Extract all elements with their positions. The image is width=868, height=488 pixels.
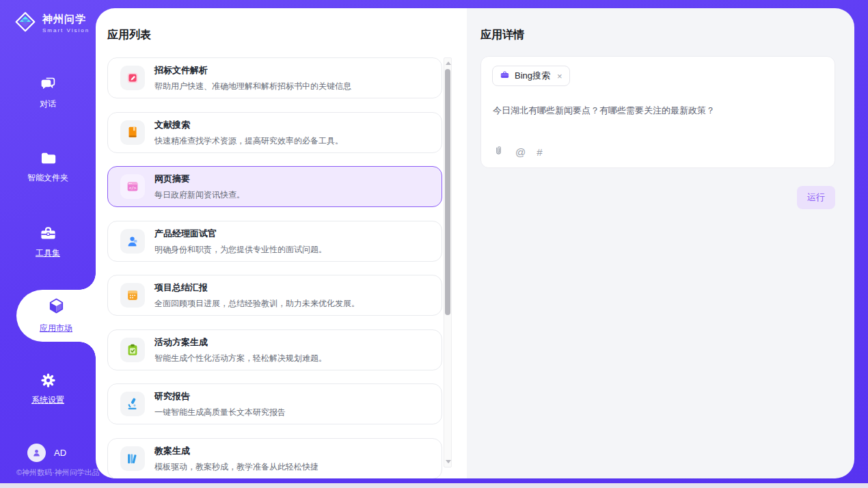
app-card-title: 研究报告: [154, 390, 286, 403]
sidebar-item-label: 工具集: [0, 247, 96, 259]
svg-text:</>: </>: [129, 185, 137, 190]
books-icon: [120, 446, 145, 471]
app-card-subtitle: 快速精准查找学术资源，提高研究效率的必备工具。: [154, 135, 343, 147]
app-list-panel: 应用列表 招标文件解析 帮助用户快速、准确地理解和解析招标书中的关键信息 文献搜…: [96, 8, 467, 478]
prompt-card: Bing搜索 × 今日湖北有哪些新闻要点？有哪些需要关注的最新政策？ @ #: [480, 56, 835, 168]
at-icon[interactable]: @: [515, 147, 526, 157]
sidebar-item-label: 对话: [0, 98, 96, 110]
app-card[interactable]: 教案生成 模板驱动，教案秒成，教学准备从此轻松快捷: [107, 438, 442, 478]
tab-curve-top: [79, 273, 96, 290]
interviewer-icon: [120, 229, 145, 254]
app-card-subtitle: 模板驱动，教案秒成，教学准备从此轻松快捷: [154, 461, 318, 473]
copyright-footer: ©神州数码·神州问学出品: [16, 467, 100, 478]
sidebar-item-toolset[interactable]: 工具集: [0, 224, 96, 259]
app-card[interactable]: 产品经理面试官 明确身份和职责，为您提供专业性的面试问题。: [107, 221, 442, 262]
logo-diamond-icon: [12, 9, 38, 38]
user-name: AD: [54, 448, 66, 458]
app-card[interactable]: 研究报告 一键智能生成高质量长文本研究报告: [107, 383, 442, 424]
app-card-subtitle: 智能生成个性化活动方案，轻松解决规划难题。: [154, 353, 327, 364]
hash-icon[interactable]: #: [537, 147, 542, 157]
app-card[interactable]: 活动方案生成 智能生成个性化活动方案，轻松解决规划难题。: [107, 329, 442, 370]
attachment-toolbar: @ #: [493, 145, 543, 159]
avatar: [27, 444, 46, 462]
calendar-icon: [120, 283, 145, 308]
scroll-down-icon[interactable]: [446, 460, 451, 463]
gear-icon: [0, 371, 96, 390]
edit-doc-icon: [120, 66, 145, 90]
app-card-title: 产品经理面试官: [154, 228, 327, 240]
scrollbar-thumb[interactable]: [445, 69, 450, 315]
app-card[interactable]: </> 网页摘要 每日政府新闻资讯快查。: [107, 166, 442, 207]
tool-tag-label: Bing搜索: [515, 70, 550, 82]
app-card-subtitle: 明确身份和职责，为您提供专业性的面试问题。: [154, 244, 327, 256]
app-card[interactable]: 招标文件解析 帮助用户快速、准确地理解和解析招标书中的关键信息: [107, 57, 442, 98]
sidebar-item-settings[interactable]: 系统设置: [0, 371, 96, 406]
prompt-input[interactable]: 今日湖北有哪些新闻要点？有哪些需要关注的最新政策？: [493, 104, 821, 118]
book-icon: [120, 120, 145, 145]
folder-icon: [0, 149, 96, 167]
cube-icon: [16, 297, 96, 318]
tool-tag-bing-search[interactable]: Bing搜索 ×: [492, 66, 570, 86]
tab-curve-bottom: [79, 342, 96, 358]
browser-code-icon: </>: [120, 174, 145, 199]
scroll-up-icon[interactable]: [446, 62, 451, 65]
chat-icon: [0, 75, 96, 94]
app-logo: 神州问学 Smart Vision: [12, 9, 90, 38]
app-card-subtitle: 帮助用户快速、准确地理解和解析招标书中的关键信息: [154, 81, 351, 92]
app-card-subtitle: 一键智能生成高质量长文本研究报告: [154, 407, 286, 418]
app-card-title: 招标文件解析: [154, 64, 351, 77]
app-list-title: 应用列表: [107, 28, 151, 42]
app-detail-panel: 应用详情 Bing搜索 × 今日湖北有哪些新闻要点？有哪些需要关注的最新政策？: [467, 8, 854, 478]
briefcase-icon: [500, 70, 510, 83]
app-card[interactable]: 项目总结汇报 全面回顾项目进展，总结经验教训，助力未来优化发展。: [107, 275, 442, 316]
scrollbar[interactable]: [444, 57, 452, 467]
sidebar-item-chat[interactable]: 对话: [0, 75, 96, 110]
main-content: 应用列表 招标文件解析 帮助用户快速、准确地理解和解析招标书中的关键信息 文献搜…: [96, 8, 854, 478]
app-detail-title: 应用详情: [480, 28, 524, 42]
app-card-subtitle: 全面回顾项目进展，总结经验教训，助力未来优化发展。: [154, 298, 360, 310]
paperclip-icon[interactable]: [493, 145, 504, 159]
app-card[interactable]: 文献搜索 快速精准查找学术资源，提高研究效率的必备工具。: [107, 112, 442, 153]
sidebar: 神州问学 Smart Vision 对话 智能文件夹: [0, 0, 96, 483]
app-card-title: 网页摘要: [154, 173, 245, 185]
app-card-title: 教案生成: [154, 445, 318, 457]
sidebar-item-label: 智能文件夹: [0, 172, 96, 184]
close-icon[interactable]: ×: [557, 71, 562, 81]
app-card-subtitle: 每日政府新闻资讯快查。: [154, 189, 245, 201]
app-card-title: 文献搜索: [154, 119, 343, 131]
toolbox-icon: [0, 224, 96, 243]
sidebar-item-app-market[interactable]: 应用市场: [16, 290, 96, 342]
sidebar-item-label: 系统设置: [0, 394, 96, 406]
app-card-title: 活动方案生成: [154, 336, 327, 349]
logo-subtitle: Smart Vision: [42, 27, 90, 33]
sidebar-item-label: 应用市场: [16, 323, 96, 334]
logo-title: 神州问学: [42, 13, 90, 26]
user-account[interactable]: AD: [27, 444, 66, 462]
app-card-title: 项目总结汇报: [154, 282, 360, 294]
run-button[interactable]: 运行: [797, 186, 835, 209]
sidebar-item-smart-folders[interactable]: 智能文件夹: [0, 149, 96, 184]
clipboard-icon: [120, 338, 145, 362]
microscope-icon: [120, 392, 145, 416]
